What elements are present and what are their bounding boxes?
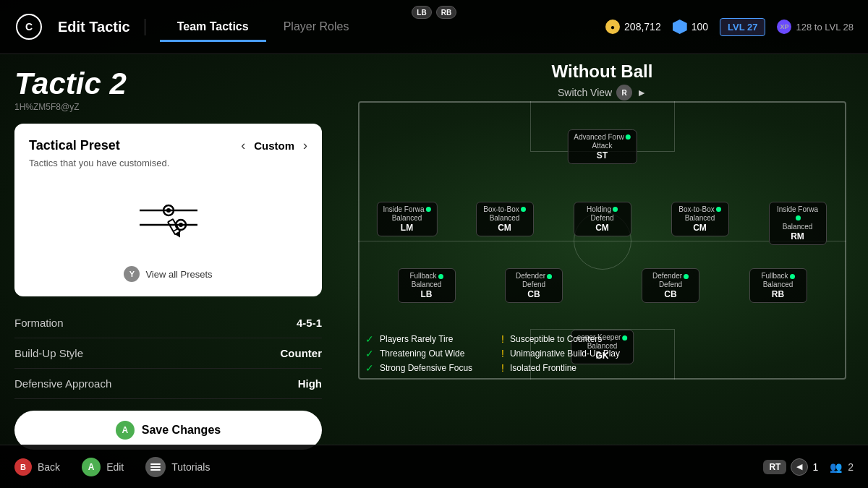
switch-view[interactable]: Switch View R ►	[336, 85, 868, 100]
preset-name: Custom	[254, 140, 294, 152]
player-rb-role: Fullback	[756, 272, 801, 281]
player-lm[interactable]: Inside Forwa Balanced LM	[376, 202, 437, 236]
player-cm2[interactable]: Holding Defend CM	[574, 202, 631, 236]
player-rm[interactable]: Inside Forwa Balanced RM	[769, 202, 827, 245]
weakness-3-label: Isolated Frontline	[510, 363, 576, 373]
edit-label: Edit	[106, 461, 124, 473]
player-cm1[interactable]: Box-to-Box Balanced CM	[476, 202, 534, 236]
menu-button-icon	[145, 457, 166, 477]
player-lb[interactable]: Fullback Balanced LB	[398, 268, 456, 303]
switch-view-label: Switch View	[558, 87, 612, 98]
player-cm1-pos: CM	[482, 223, 527, 233]
right-panel: Without Ball Switch View R ► Advanced Fo…	[336, 54, 868, 445]
stat-defensive[interactable]: Defensive Approach High	[14, 369, 322, 399]
preset-prev-button[interactable]: ‹	[241, 138, 245, 153]
strength-2-label: Threatening Out Wide	[380, 348, 464, 359]
player-rb-pos: RB	[756, 289, 801, 299]
player-cm1-role: Box-to-Box	[482, 205, 527, 214]
tab-player-roles[interactable]: Player Roles	[266, 14, 367, 39]
svg-point-2	[166, 208, 171, 213]
strength-1-label: Players Rarely Tire	[380, 334, 453, 344]
weakness-2-label: Unimaginative Build-Up Play	[510, 348, 620, 359]
warn-icon-1: !	[501, 333, 504, 345]
coin-icon: ●	[605, 20, 620, 34]
edit-button[interactable]: A Edit	[82, 458, 124, 476]
save-label: Save Changes	[142, 424, 221, 437]
a-button-save: A	[116, 421, 135, 440]
page-title: Edit Tactic	[58, 19, 145, 35]
preset-description: Tactics that you have customised.	[29, 158, 307, 168]
people-count: 2	[848, 461, 854, 473]
warn-icon-3: !	[501, 362, 504, 374]
weaknesses-col: ! Susceptible to Counters ! Unimaginativ…	[501, 333, 620, 374]
rb-button[interactable]: RB	[436, 6, 456, 19]
player-cm3[interactable]: Box-to-Box Balanced CM	[671, 202, 729, 236]
tactic-name: Tactic 2	[14, 69, 322, 99]
strength-1: ✓ Players Rarely Tire	[365, 333, 472, 345]
player-lb-role: Fullback	[404, 272, 449, 281]
player-cm2-role: Holding	[580, 205, 625, 214]
warn-icon-2: !	[501, 348, 504, 359]
back-button[interactable]: B Back	[14, 458, 60, 476]
rt-count: 1	[812, 461, 818, 473]
tactic-code: 1H%ZM5F8@yZ	[14, 102, 322, 112]
bottom-right: RT ◀ 1 👥 2	[763, 458, 854, 476]
preset-next-button[interactable]: ›	[303, 138, 307, 153]
menu-line-1	[150, 463, 161, 465]
menu-line-2	[150, 466, 161, 468]
player-cb2-focus: Defend	[648, 281, 693, 289]
player-cm1-focus: Balanced	[482, 214, 527, 223]
formation-label: Formation	[14, 317, 64, 329]
rt-group: RT ◀ 1	[763, 458, 818, 476]
player-lm-focus: Balanced	[383, 214, 430, 223]
left-panel: Tactic 2 1H%ZM5F8@yZ Tactical Preset ‹ C…	[0, 54, 336, 445]
rt-button[interactable]: RT	[763, 460, 786, 474]
view-presets[interactable]: Y View all Presets	[29, 266, 307, 282]
strength-3-label: Strong Defensive Focus	[380, 363, 472, 373]
player-cb1[interactable]: Defender Defend CB	[505, 268, 563, 303]
player-st-focus: Attack	[574, 142, 630, 150]
player-st-role: Advanced Forw	[574, 133, 630, 142]
b-button-icon: B	[14, 458, 32, 476]
player-lb-focus: Balanced	[404, 281, 449, 289]
strengths-col: ✓ Players Rarely Tire ✓ Threatening Out …	[365, 333, 472, 374]
buildup-value: Counter	[281, 347, 323, 359]
preset-card: Tactical Preset ‹ Custom › Tactics that …	[14, 124, 322, 296]
check-icon-1: ✓	[365, 333, 374, 345]
left-arrow-button[interactable]: ◀	[791, 458, 808, 476]
tab-team-tactics[interactable]: Team Tactics	[160, 14, 266, 39]
player-cb2-role: Defender	[648, 272, 693, 281]
stat-formation[interactable]: Formation 4-5-1	[14, 308, 322, 338]
people-group[interactable]: 👥 2	[830, 461, 854, 473]
people-icon: 👥	[830, 461, 842, 473]
controller-buttons: LB RB	[412, 6, 456, 19]
defensive-label: Defensive Approach	[14, 377, 111, 390]
top-bar-right: ● 208,712 100 LVL 27 XP 128 to LVL 28	[605, 18, 868, 36]
lb-button[interactable]: LB	[412, 6, 432, 19]
player-st[interactable]: Advanced Forw Attack ST	[567, 129, 637, 164]
save-changes-button[interactable]: A Save Changes	[14, 411, 322, 450]
shield-icon	[673, 20, 687, 34]
app-logo: C	[16, 14, 42, 40]
check-icon-2: ✓	[365, 348, 374, 359]
player-rm-role: Inside Forwa	[775, 205, 820, 223]
strength-2: ✓ Threatening Out Wide	[365, 348, 472, 359]
stat-buildup[interactable]: Build-Up Style Counter	[14, 338, 322, 369]
view-presets-label: View all Presets	[145, 269, 212, 280]
preset-icon	[136, 197, 201, 244]
player-cb1-pos: CB	[511, 289, 556, 299]
xp-icon: XP	[777, 20, 791, 34]
player-cm3-focus: Balanced	[678, 214, 723, 223]
player-cb1-focus: Defend	[511, 281, 556, 289]
player-lm-role: Inside Forwa	[383, 205, 430, 214]
player-rb-focus: Balanced	[756, 281, 801, 289]
a-button-icon: A	[82, 458, 101, 476]
weakness-3: ! Isolated Frontline	[501, 362, 620, 374]
tutorials-button[interactable]: Tutorials	[145, 457, 210, 477]
player-rb[interactable]: Fullback Balanced RB	[749, 268, 807, 303]
player-cb2[interactable]: Defender Defend CB	[642, 268, 699, 303]
weakness-2: ! Unimaginative Build-Up Play	[501, 348, 620, 359]
preset-title: Tactical Preset	[29, 138, 120, 153]
field-title: Without Ball	[336, 61, 868, 82]
field-title-area: Without Ball Switch View R ►	[336, 54, 868, 100]
